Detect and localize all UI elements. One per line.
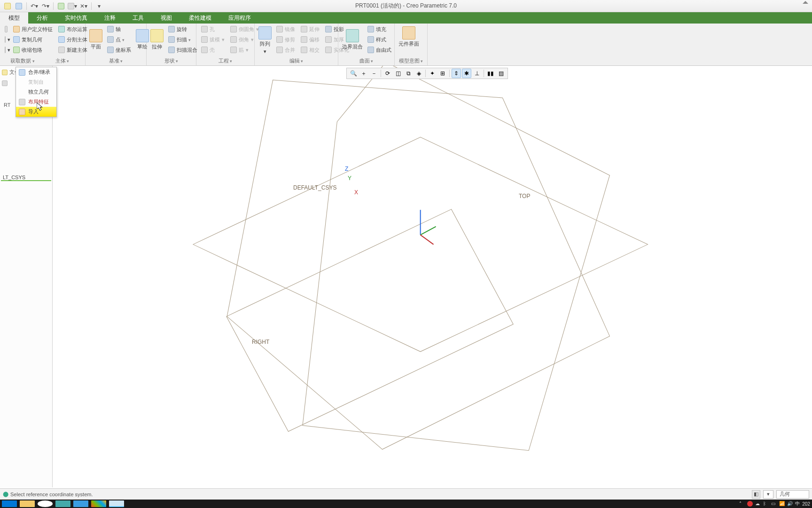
fill-button[interactable]: 填充 [366, 24, 393, 34]
csys-button[interactable]: 坐标系 [105, 45, 133, 55]
revolve-button[interactable]: 旋转 [166, 24, 199, 34]
freestyle-button[interactable]: 自由式 [366, 45, 393, 55]
qat-new-icon[interactable] [3, 1, 12, 11]
mirror-button: 镜像 [274, 24, 297, 34]
menu-independent-geom[interactable]: 独立几何 [16, 87, 56, 97]
svg-marker-1 [226, 209, 513, 431]
op-placeholder-2[interactable]: ▾ [3, 35, 9, 44]
point-button[interactable]: 点 [105, 35, 133, 44]
tab-flex[interactable]: 柔性建模 [180, 12, 220, 24]
op-placeholder-3[interactable]: ▾ [3, 45, 9, 55]
tray-battery-icon[interactable]: ▭ [771, 501, 777, 507]
task-app2-icon[interactable] [73, 500, 88, 507]
menu-layout-feature[interactable]: 布局特征 [16, 97, 56, 107]
tray-cloud-icon[interactable]: ☁ [755, 501, 761, 507]
qat-redo-icon[interactable]: ↷▾ [41, 1, 50, 11]
qat-close-icon[interactable]: ✕▾ [79, 1, 88, 11]
axis-button[interactable]: 轴 [105, 24, 133, 34]
qat-more-icon[interactable]: ▾ [94, 1, 104, 11]
group-body-label[interactable]: 主体 [43, 57, 83, 65]
boolean-button[interactable]: 布尔运算 [56, 24, 89, 34]
plane-button[interactable]: 平面 [88, 24, 103, 55]
pattern-button[interactable]: 阵列▾ [258, 24, 273, 56]
zoom-out-icon[interactable]: － [369, 69, 379, 78]
tab-tools[interactable]: 工具 [124, 12, 152, 24]
tab-model[interactable]: 模型 [0, 12, 28, 24]
start-button[interactable] [2, 500, 17, 507]
ribbon-collapse-icon[interactable] [803, 1, 808, 4]
group-get-data-label[interactable]: 获取数据 [3, 57, 43, 65]
refit-icon[interactable]: 🔍 [349, 69, 358, 78]
group-surface-label: 曲面 [341, 57, 391, 65]
split-body-button[interactable]: 分割主体 [56, 35, 89, 44]
qat-window-icon[interactable]: ▾ [68, 1, 77, 11]
extend-button: 延伸 [299, 24, 321, 34]
swept-blend-button[interactable]: 扫描混合 [166, 45, 199, 55]
menu-merge-inherit[interactable]: 合并/继承 [16, 67, 56, 77]
csys-display-icon[interactable]: ⊥ [472, 69, 482, 78]
task-creo-icon[interactable] [109, 500, 124, 507]
new-body-button[interactable]: 新建主体 [56, 45, 89, 55]
tray-ime-label[interactable]: 中 [795, 500, 800, 507]
qat-undo-icon[interactable]: ↶▾ [30, 1, 39, 11]
tree-csys-node[interactable]: LT_CSYS [1, 175, 51, 181]
annotation-display-icon[interactable]: ⊞ [438, 69, 447, 78]
spin-center-icon[interactable]: ▮▮ [486, 69, 495, 78]
tray-wifi-icon[interactable]: 📶 [779, 501, 785, 507]
point-display-icon[interactable]: ✱ [462, 69, 471, 78]
tab-annotate[interactable]: 注释 [96, 12, 124, 24]
tray-clock[interactable]: 202 [802, 501, 810, 507]
graphics-area[interactable]: 🔍 ＋ － ⟳ ◫ ⧉ ◈ ✦ ⊞ ⇕ ✱ ⊥ ▮▮ ▤ [53, 66, 812, 487]
style-button[interactable]: 样式 [366, 35, 393, 44]
task-explorer-icon[interactable] [20, 500, 35, 507]
boundary-blend-button[interactable]: 边界混合 [341, 24, 364, 55]
y-axis-label: Y [348, 175, 351, 182]
tray-bt-icon[interactable]: ᛒ [763, 501, 769, 507]
model-tree-panel[interactable]: 文件 RT LT_CSYS [0, 66, 53, 487]
task-app3-icon[interactable] [91, 500, 106, 507]
extrude-button[interactable]: 拉伸 [149, 24, 164, 55]
in-graphics-toolbar: 🔍 ＋ － ⟳ ◫ ⧉ ◈ ✦ ⊞ ⇕ ✱ ⊥ ▮▮ ▤ [346, 68, 508, 79]
qat-save-icon[interactable] [14, 1, 23, 11]
tree-tool-icon[interactable] [2, 80, 8, 86]
task-app1-icon[interactable] [55, 500, 70, 507]
menu-import[interactable]: 导入 [16, 107, 56, 117]
axis-display-icon[interactable]: ⇕ [452, 69, 461, 78]
trim-button: 修剪 [274, 35, 297, 44]
ribbon-tabs: 模型 分析 实时仿真 注释 工具 视图 柔性建模 应用程序 [0, 12, 812, 24]
windows-taskbar: ˄ ☁ ᛒ ▭ 📶 🔊 中 202 [0, 500, 812, 508]
op-placeholder-1[interactable] [3, 24, 9, 34]
tray-volume-icon[interactable]: 🔊 [787, 501, 793, 507]
tray-shield-icon[interactable] [747, 501, 753, 507]
sweep-button[interactable]: 扫描 [166, 35, 199, 44]
group-shape-label: 形状 [149, 57, 193, 65]
qat-regen-icon[interactable] [56, 1, 66, 11]
selection-count-dropdown[interactable]: ▾ [763, 490, 773, 499]
folder-icon [2, 70, 8, 75]
selection-mode-icon[interactable]: ◧ [752, 490, 760, 499]
saved-view-icon[interactable]: ⧉ [404, 69, 413, 78]
perspective-icon[interactable]: ◈ [414, 69, 423, 78]
copy-geom-button[interactable]: 复制几何 [11, 35, 55, 44]
udf-button[interactable]: 用户定义特征 [11, 24, 55, 34]
zoom-in-icon[interactable]: ＋ [359, 69, 368, 78]
tab-live-sim[interactable]: 实时仿真 [56, 12, 96, 24]
status-icon: ⬤ [3, 491, 8, 497]
ribbon: ▾ ▾ 用户定义特征 复制几何 收缩包络 布尔运算 分割主体 新建主体 获取数据… [0, 24, 812, 66]
display-style-icon[interactable]: ◫ [393, 69, 403, 78]
component-interface-button[interactable]: 元件界面 [398, 24, 420, 49]
task-chrome-icon[interactable] [38, 500, 53, 507]
quick-access-toolbar: ↶▾ ↷▾ ▾ ✕▾ ▾ [0, 1, 104, 11]
repaint-icon[interactable]: ⟳ [383, 69, 392, 78]
selection-filter[interactable]: 几何 [776, 490, 809, 499]
shrinkwrap-button[interactable]: 收缩包络 [11, 45, 55, 55]
tray-chevron-icon[interactable]: ˄ [739, 501, 745, 507]
tab-view[interactable]: 视图 [152, 12, 180, 24]
datum-display-icon[interactable]: ✦ [428, 69, 437, 78]
more-display-icon[interactable]: ▤ [496, 69, 506, 78]
shell-button: 壳 [199, 45, 226, 55]
tab-apps[interactable]: 应用程序 [220, 12, 259, 24]
tab-analysis[interactable]: 分析 [28, 12, 56, 24]
datum-planes-wireframe [53, 66, 812, 487]
window-title: PRT0001 (活动的) - Creo Parametric 7.0 [0, 2, 812, 10]
